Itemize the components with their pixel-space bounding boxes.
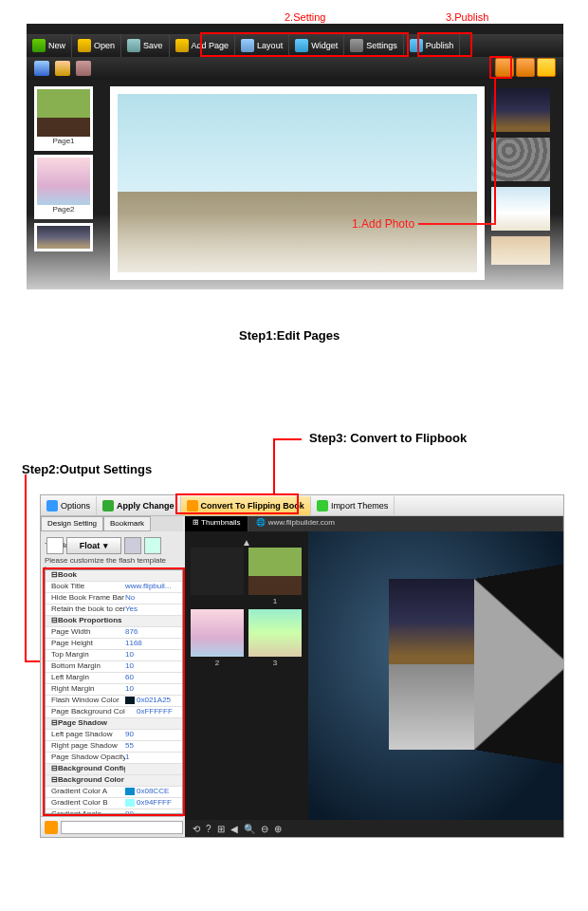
prop-value[interactable]: No [125,593,182,604]
prop-row[interactable]: Bottom Margin10 [46,661,182,673]
options-button[interactable]: Options [41,496,97,515]
prop-value[interactable]: 1168 [125,639,182,649]
preview-control-4[interactable]: 🔍 [244,824,255,834]
new-button[interactable]: New [27,34,72,57]
media-thumb-2[interactable] [491,138,550,181]
subtool-icon-2[interactable] [55,61,70,76]
prop-value[interactable] [125,570,182,581]
prop-row[interactable]: Gradient Color B0x94FFFF [46,798,182,809]
subtool-icon-3[interactable] [76,61,91,76]
preview-control-3[interactable]: ◀ [230,824,238,834]
layout-button[interactable]: Layout [235,34,289,57]
url-tab[interactable]: 🌐 www.flipbuilder.com [248,516,563,531]
prop-row[interactable]: Page Shadow Opacity1 [46,753,182,764]
add-photo-icon-2[interactable] [516,58,535,77]
book-preview-area[interactable]: Trial version Demo, Purchase to remo [308,531,563,820]
convert-button[interactable]: Convert To Flipping Book [181,496,311,515]
open-button[interactable]: Open [72,34,121,57]
prop-value[interactable]: 1 [125,753,182,763]
prop-value[interactable]: 0x021A25 [125,696,182,706]
prop-value[interactable]: 0x08CCE [125,787,182,797]
template-dropdown[interactable]: Float▾ [66,537,121,554]
prop-value[interactable]: 10 [125,661,182,672]
prop-row[interactable]: Left Margin60 [46,673,182,684]
preview-control-0[interactable]: ⟲ [193,824,200,834]
thumb-2[interactable]: 2 [191,609,244,667]
thumb-blank[interactable] [191,548,244,605]
thumbnails-tab[interactable]: ⊞ Thumbnails [185,516,248,531]
media-thumb-4[interactable] [491,236,550,265]
prop-row[interactable]: Top Margin10 [46,650,182,661]
prop-value[interactable]: 876 [125,627,182,638]
prop-value[interactable]: 90 [125,730,182,740]
template-swatch[interactable] [46,537,64,554]
preview-control-1[interactable]: ? [206,824,211,834]
prop-value[interactable]: 90 [125,809,182,814]
prop-key: Retain the book to center [46,604,125,615]
page-thumb-1[interactable]: Page1 [34,86,93,151]
prop-row[interactable]: ⊟Book [46,570,182,582]
prop-row[interactable]: Retain the book to centerYes [46,604,182,616]
prop-value[interactable]: 0xFFFFFF [125,707,182,717]
media-thumb-3[interactable] [491,187,550,231]
prop-row[interactable]: Page Height1168 [46,639,182,650]
prop-row[interactable]: ⊟Background Color [46,775,182,787]
import-themes-button[interactable]: Import Themes [311,496,395,515]
prop-row[interactable]: Right Margin10 [46,684,182,696]
apply-change-button[interactable]: Apply Change [97,496,181,515]
page-thumb-2[interactable]: Page2 [34,155,93,219]
prop-key: Left page Shadow [46,730,125,740]
publish-button[interactable]: Publish [404,34,461,57]
template-color-btn-2[interactable] [144,537,161,554]
page-canvas[interactable] [110,86,485,280]
prop-row[interactable]: Left page Shadow90 [46,730,182,741]
thumb-3[interactable]: 3 [248,609,302,667]
page-thumb-3[interactable] [34,223,93,251]
prop-row[interactable]: Book Titlewww.flipbuil... [46,582,182,593]
prop-row[interactable]: Flash Window Color0x021A25 [46,696,182,707]
thumb-1[interactable]: 1 [248,548,302,605]
prop-row[interactable]: Page Width876 [46,627,182,639]
preview-control-5[interactable]: ⊖ [261,824,268,834]
tab-bookmark[interactable]: Bookmark [103,516,151,531]
preview-control-6[interactable]: ⊕ [274,824,282,834]
add-photo-icon-3[interactable] [537,58,556,77]
prop-row[interactable]: ⊟Page Shadow [46,718,182,730]
preview-control-2[interactable]: ⊞ [217,824,225,834]
template-color-btn-1[interactable] [124,537,141,554]
footer-input[interactable] [61,821,183,834]
add-photo-icon-1[interactable] [495,58,514,77]
subtool-icon-1[interactable] [34,61,49,76]
prop-row[interactable]: ⊟Background Config [46,764,182,775]
prop-value[interactable]: www.flipbuil... [125,582,182,592]
settings-button[interactable]: Settings [344,34,404,57]
footer-icon[interactable] [45,821,58,834]
widget-button[interactable]: Widget [289,34,344,57]
prop-row[interactable]: Gradient Color A0x08CCE [46,787,182,798]
prop-row[interactable]: Gradient Angle90 [46,809,182,814]
prop-value[interactable] [125,775,182,786]
thumbnails-up-arrow[interactable]: ▲ [191,537,303,548]
prop-value[interactable]: 0x94FFFF [125,798,182,809]
add-page-button[interactable]: Add Page [170,34,236,57]
prop-value[interactable] [125,616,182,626]
prop-value[interactable]: 10 [125,684,182,695]
prop-row[interactable]: ⊟Book Proportions [46,616,182,627]
media-thumb-1[interactable] [491,88,550,132]
thumb-3-num: 3 [248,659,302,667]
prop-value[interactable]: Yes [125,604,182,615]
publish-label: Publish [426,41,454,50]
flipbook[interactable] [389,579,560,750]
convert-label: Convert To Flipping Book [201,501,304,511]
prop-value[interactable] [125,718,182,729]
prop-row[interactable]: Right page Shadow55 [46,741,182,753]
save-button[interactable]: Save [121,34,170,57]
prop-row[interactable]: Page Background Color0xFFFFFF [46,707,182,718]
prop-row[interactable]: Hide Book Frame BarNo [46,593,182,604]
prop-value[interactable] [125,764,182,774]
tab-design-setting[interactable]: Design Setting [41,516,103,531]
prop-value[interactable]: 60 [125,673,182,683]
property-grid[interactable]: ⊟Book Book Titlewww.flipbuil... Hide Boo… [45,569,183,814]
prop-value[interactable]: 10 [125,650,182,660]
prop-value[interactable]: 55 [125,741,182,752]
